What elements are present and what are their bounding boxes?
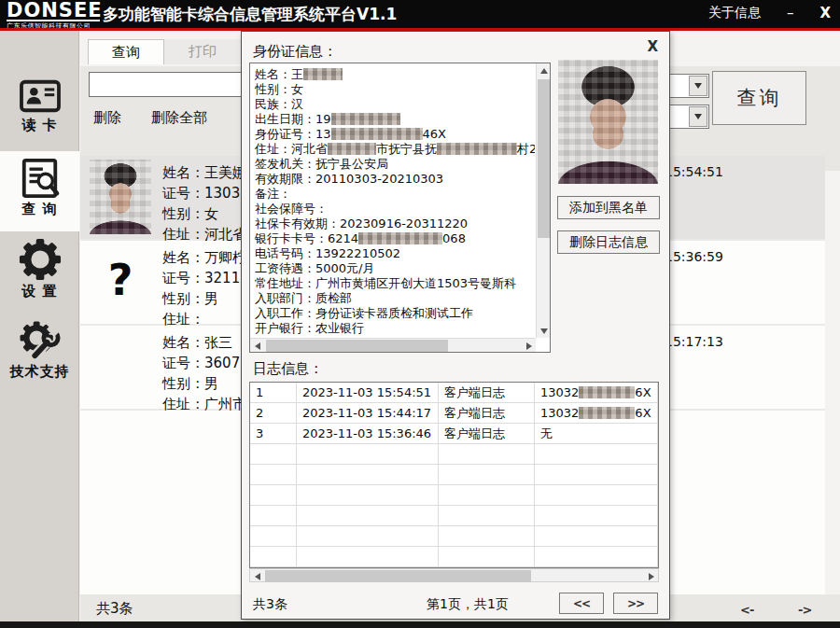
log-table-cell bbox=[250, 444, 297, 465]
arrow-up-icon bbox=[540, 68, 548, 74]
photo-empty bbox=[90, 329, 151, 404]
log-table-cell bbox=[439, 506, 535, 526]
log-table-cell: 2023-11-03 15:54:51 bbox=[297, 383, 439, 403]
log-table-cell bbox=[250, 485, 297, 506]
id-info-line: 民族：汉 bbox=[255, 97, 534, 112]
log-table-row[interactable]: 12023-11-03 15:54:51客户端日志130326X bbox=[250, 383, 658, 403]
arrow-left-icon bbox=[255, 573, 260, 580]
delete-all-button[interactable]: 删除全部 bbox=[151, 107, 207, 128]
log-next-page-button[interactable]: >> bbox=[613, 593, 658, 614]
sidebar-item-support[interactable]: 技术支持 bbox=[0, 312, 79, 392]
field-label: 姓名： bbox=[162, 334, 204, 351]
log-table-cell bbox=[439, 526, 535, 547]
dialog-close-button[interactable]: X bbox=[647, 38, 658, 55]
log-table-cell bbox=[250, 526, 297, 547]
sidebar: 读 卡 查 询 bbox=[0, 31, 79, 621]
field-label: 证号： bbox=[162, 355, 204, 371]
close-button[interactable]: X bbox=[819, 5, 831, 21]
scroll-up-button[interactable] bbox=[537, 63, 551, 77]
log-table-cell bbox=[439, 547, 535, 567]
tab-print[interactable]: 打印 bbox=[164, 39, 241, 64]
field-value: 男 bbox=[204, 290, 218, 307]
id-info-text: 姓名：王性别：女民族：汉出生日期：19身份证号：1346X住址：河北省市抚宁县抚… bbox=[251, 64, 535, 337]
log-table-cell bbox=[250, 465, 297, 485]
log-table-row bbox=[250, 465, 658, 485]
log-table-cell bbox=[439, 465, 535, 485]
delete-button[interactable]: 删除 bbox=[93, 107, 121, 128]
log-table-cell bbox=[297, 526, 439, 547]
id-info-line: 银行卡卡号：6214068 bbox=[255, 231, 534, 246]
search-document-icon bbox=[19, 158, 62, 199]
log-table-row[interactable]: 32023-11-03 15:36:46客户端日志无 bbox=[250, 424, 658, 444]
log-section-label: 日志信息： bbox=[253, 360, 323, 378]
combobox-dropdown-button[interactable] bbox=[689, 76, 707, 96]
log-table-cell bbox=[297, 444, 439, 465]
app-window: DONSEE 广东乐信智能科技有限公司 多功能智能卡综合信息管理系统平台V1.1… bbox=[0, 0, 840, 628]
vertical-scrollbar[interactable] bbox=[536, 63, 550, 338]
record-count: 共3条 bbox=[96, 600, 133, 618]
id-photo bbox=[558, 60, 658, 184]
id-info-line: 备注： bbox=[255, 187, 534, 202]
add-to-blacklist-button[interactable]: 添加到黑名单 bbox=[557, 196, 660, 219]
scroll-right-button[interactable] bbox=[644, 569, 658, 583]
log-table-cell: 客户端日志 bbox=[439, 383, 535, 403]
query-button[interactable]: 查询 bbox=[712, 71, 806, 125]
scroll-left-button[interactable] bbox=[250, 569, 264, 583]
scrollbar-thumb[interactable] bbox=[266, 340, 448, 352]
field-label: 性别： bbox=[162, 290, 204, 307]
minimize-button[interactable]: – bbox=[787, 5, 794, 21]
about-menu[interactable]: 关于信息 bbox=[708, 5, 761, 21]
scrollbar-thumb[interactable] bbox=[538, 79, 550, 238]
scroll-down-button[interactable] bbox=[537, 324, 551, 338]
id-info-line: 有效期限：20110303-20210303 bbox=[255, 172, 534, 187]
field-label: 证号： bbox=[162, 185, 204, 202]
log-table-cell bbox=[297, 547, 439, 567]
sidebar-item-label: 设 置 bbox=[0, 283, 79, 300]
redacted-pixelated-text bbox=[579, 407, 635, 419]
log-table-cell: 130326X bbox=[535, 403, 658, 424]
prev-page-arrow[interactable]: <- bbox=[740, 603, 753, 617]
record-time: 15:54:51 bbox=[665, 164, 723, 179]
log-table-cell bbox=[297, 485, 439, 506]
sidebar-item-query[interactable]: 查 询 bbox=[0, 151, 79, 231]
log-count: 共3条 bbox=[253, 596, 287, 613]
arrow-right-icon bbox=[526, 342, 532, 350]
log-table-horizontal-scrollbar[interactable] bbox=[249, 568, 659, 582]
log-table-row bbox=[250, 485, 658, 506]
horizontal-scrollbar[interactable] bbox=[250, 338, 536, 352]
scroll-right-button[interactable] bbox=[522, 339, 536, 353]
scroll-left-button[interactable] bbox=[250, 339, 264, 353]
next-page-arrow[interactable]: -> bbox=[798, 603, 811, 617]
id-info-line: 工资待遇：5000元/月 bbox=[255, 261, 534, 276]
id-info-dialog: X 身份证信息： 姓名：王性别：女民族：汉出生日期：19身份证号：1346X住址… bbox=[241, 31, 670, 620]
redacted-pixelated-text bbox=[303, 68, 343, 80]
log-table-cell bbox=[535, 506, 658, 526]
combobox-dropdown-button[interactable] bbox=[689, 106, 707, 127]
id-info-line: 社会保障号： bbox=[255, 202, 534, 216]
delete-log-button[interactable]: 删除日志信息 bbox=[557, 230, 660, 254]
titlebar-controls: 关于信息 – X bbox=[708, 5, 831, 21]
log-prev-page-button[interactable]: << bbox=[559, 593, 604, 614]
scrollbar-thumb[interactable] bbox=[265, 570, 531, 582]
log-table-cell bbox=[439, 485, 535, 506]
field-label: 性别： bbox=[162, 375, 204, 392]
sidebar-item-settings[interactable]: 设 置 bbox=[0, 231, 79, 312]
sidebar-item-read-card[interactable]: 读 卡 bbox=[0, 71, 79, 151]
titlebar: DONSEE 广东乐信智能科技有限公司 多功能智能卡综合信息管理系统平台V1.1… bbox=[0, 0, 840, 28]
record-photo bbox=[90, 160, 151, 234]
field-label: 性别： bbox=[162, 205, 204, 222]
field-label: 住址： bbox=[162, 396, 204, 412]
redacted-pixelated-text bbox=[358, 232, 442, 244]
log-table-cell bbox=[250, 506, 297, 526]
id-info-line: 出生日期：19 bbox=[255, 112, 534, 127]
redacted-pixelated-text bbox=[331, 113, 400, 125]
id-info-line: 姓名：王 bbox=[255, 67, 534, 82]
log-table-row[interactable]: 22023-11-03 15:44:17客户端日志130326X bbox=[250, 403, 658, 424]
tab-query[interactable]: 查询 bbox=[88, 39, 164, 64]
redacted-pixelated-text bbox=[328, 143, 376, 155]
id-info-textarea[interactable]: 姓名：王性别：女民族：汉出生日期：19身份证号：1346X住址：河北省市抚宁县抚… bbox=[249, 63, 551, 353]
redacted-pixelated-text bbox=[331, 128, 423, 140]
logo: DONSEE 广东乐信智能科技有限公司 bbox=[7, 1, 100, 30]
record-time: 15:36:59 bbox=[665, 249, 723, 264]
log-table-row bbox=[250, 444, 658, 465]
